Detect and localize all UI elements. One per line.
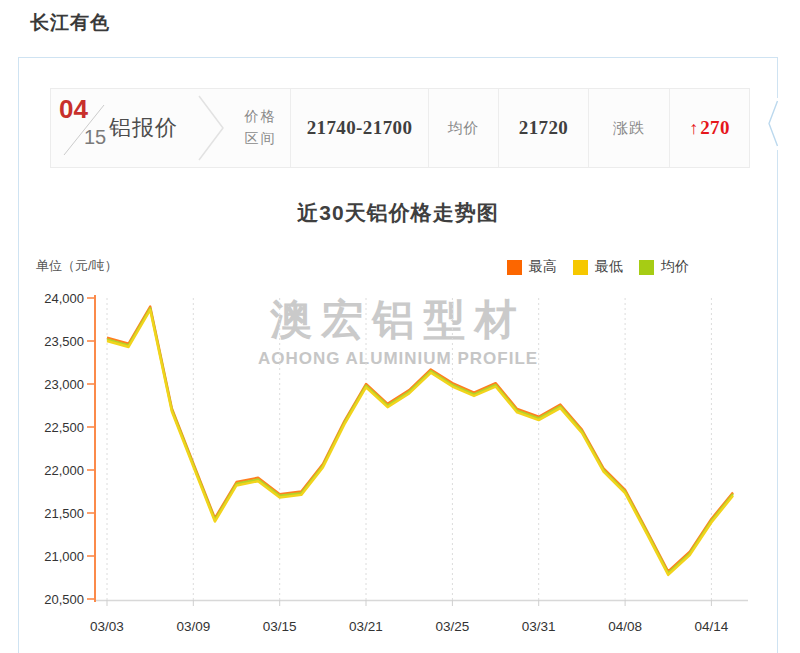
average-price-label: 均价 [428,89,498,167]
legend-item: 最高 [507,258,557,276]
chart-title: 近30天铝价格走势图 [19,199,777,227]
average-price-label-text: 均价 [448,119,480,138]
quote-date: 04 15 [51,89,109,167]
watermark-cn: 澳宏铝型材 [19,292,777,348]
legend-swatch-icon [639,260,654,275]
quote-header: 04 15 铝报价 价格 区间 21740-21700 均价 21720 涨跌 … [50,88,750,168]
legend-item: 均价 [639,258,689,276]
date-day: 15 [84,126,106,149]
legend-swatch-icon [507,260,522,275]
legend-swatch-icon [573,260,588,275]
watermark: 澳宏铝型材 AOHONG ALUMINIUM PROFILE [19,292,777,369]
change-value: ↑ 270 [669,89,749,167]
unit-label: 单位（元/吨） [36,257,118,275]
legend-label: 均价 [661,258,689,276]
price-range-label: 价格 区间 [231,89,290,167]
up-arrow-icon: ↑ [689,118,698,139]
price-range-number: 21740-21700 [307,117,413,139]
change-number: 270 [700,117,730,139]
change-label: 涨跌 [588,89,669,167]
page-title: 长江有色 [30,10,110,36]
change-label-text: 涨跌 [613,119,645,138]
chevron-right-icon [191,89,231,167]
price-range-label-line1: 价格 [245,106,277,128]
legend-item: 最低 [573,258,623,276]
legend-label: 最高 [529,258,557,276]
quote-panel: 04 15 铝报价 价格 区间 21740-21700 均价 21720 涨跌 … [18,57,778,653]
date-month: 04 [59,94,88,125]
chart-legend: 最高最低均价 [507,258,705,276]
price-range-value: 21740-21700 [290,89,428,167]
product-label: 铝报价 [109,89,191,167]
legend-label: 最低 [595,258,623,276]
average-price-number: 21720 [519,117,569,139]
price-range-label-line2: 区间 [245,128,277,150]
watermark-en: AOHONG ALUMINIUM PROFILE [19,349,777,369]
average-price-value: 21720 [498,89,588,167]
